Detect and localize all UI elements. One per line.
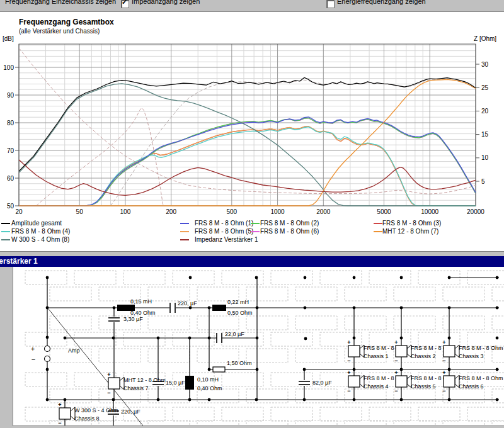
junction-dot	[208, 398, 211, 402]
x-tick-label: 10000	[421, 208, 438, 215]
speaker-plus: +	[347, 339, 350, 346]
junction-dot	[188, 337, 192, 340]
y-right-tick-label: 15	[481, 131, 489, 138]
speaker-plus: +	[394, 369, 398, 376]
label-c-frs: 82,0 µF	[312, 380, 332, 386]
y-left-tick-label: 90	[7, 92, 14, 99]
junction-dot	[448, 368, 451, 371]
speaker-minus: −	[442, 388, 445, 394]
label-l1-value: 0,15 mH	[130, 298, 152, 305]
speaker-box	[348, 376, 360, 387]
y-right-tick-label: 30	[481, 61, 489, 68]
circuit-window-title: Verstärker 1	[0, 256, 504, 266]
speaker-name: FRS 8 M - 8 Ohm	[459, 375, 503, 381]
junction-dot	[112, 398, 115, 402]
speaker-box	[396, 346, 407, 357]
junction-dot	[353, 398, 356, 402]
y-left-tick-label: 50	[7, 203, 14, 210]
label-l2-resistance: 0,50 Ohm	[227, 310, 253, 316]
speaker-name: MHT 12 - 8 Ohm	[123, 377, 166, 383]
left-panel-strip	[0, 267, 13, 428]
speaker-box	[396, 376, 407, 387]
junction-dot	[496, 307, 499, 310]
junction-dot	[304, 337, 307, 341]
junction-dot	[157, 337, 160, 340]
speaker-chassis: Chassis 6	[459, 383, 484, 390]
junction-dot	[303, 368, 306, 371]
junction-dot	[46, 368, 49, 371]
speaker-chassis: Chassis 1	[364, 353, 389, 359]
speaker-minus: −	[107, 390, 110, 396]
junction-dot	[189, 276, 192, 279]
x-tick-label: 500	[226, 208, 237, 215]
speaker-plus: +	[347, 369, 350, 376]
x-tick-label: 20	[15, 208, 23, 215]
label-c-shunt-mid: 3,30 µF	[123, 316, 143, 322]
junction-dot	[208, 337, 211, 340]
y-right-tick-label: 5	[481, 178, 485, 185]
checkbox-label-2[interactable]: Impedanzgang zeigen	[132, 0, 200, 5]
speaker-box	[348, 346, 360, 357]
junction-dot	[400, 337, 403, 340]
junction-dot	[353, 337, 356, 340]
amp-label: Amp	[68, 347, 80, 354]
toolbar: Frequenzgang Einzelchassis zeigen✓Impeda…	[0, 0, 504, 12]
junction-dot	[46, 336, 49, 339]
x-tick-label: 2000	[316, 208, 331, 215]
speaker-minus: −	[442, 358, 445, 364]
speaker-plus: +	[107, 371, 110, 378]
junction-dot	[113, 307, 116, 310]
junction-dot	[400, 398, 403, 402]
junction-dot	[64, 398, 67, 402]
boxsim-app: 5060708090100510152025302050100200500100…	[0, 0, 504, 428]
speaker-name: W 300 S - 4 Ohm	[74, 407, 118, 414]
junction-dot	[304, 276, 307, 279]
junction-dot	[353, 307, 356, 310]
inductor-0_10mH[interactable]	[185, 376, 194, 390]
x-tick-label: 5000	[377, 208, 391, 215]
y-left-tick-label: 80	[7, 120, 14, 127]
junction-dot	[256, 307, 259, 310]
label-l-mht-value: 0,10 mH	[197, 376, 219, 383]
x-tick-label: 100	[120, 208, 131, 215]
speaker-box	[108, 378, 120, 389]
speaker-minus: −	[394, 358, 398, 364]
speaker-minus: −	[347, 358, 350, 364]
speaker-box	[444, 346, 455, 357]
junction-dot	[303, 398, 306, 402]
amp-terminal-minus[interactable]	[45, 356, 50, 362]
inductor-l2[interactable]	[212, 305, 226, 311]
junction-dot	[400, 276, 403, 279]
frequency-response-chart: 5060708090100510152025302050100200500100…	[0, 0, 504, 252]
y-right-tick-label: 20	[481, 108, 489, 115]
junction-dot	[255, 398, 258, 402]
amp-plus-label: +	[31, 345, 35, 352]
speaker-plus: +	[442, 339, 445, 346]
y-right-tick-label: 25	[481, 84, 489, 91]
junction-dot	[46, 398, 49, 402]
junction-dot	[448, 276, 451, 279]
x-tick-label: 20000	[467, 208, 484, 215]
speaker-chassis: Chassis 4	[364, 383, 389, 390]
speaker-plus: +	[442, 369, 445, 376]
y-left-tick-label: 100	[3, 64, 14, 71]
junction-dot	[189, 307, 192, 310]
amp-terminal-plus[interactable]	[45, 346, 50, 352]
checkbox-3[interactable]	[326, 0, 335, 8]
crossover-schematic[interactable]: +−Amp0,15 mH0,40 Ohm220, µF0,22 mH0,50 O…	[0, 267, 504, 428]
speaker-minus: −	[347, 388, 350, 394]
amp-minus-label: −	[32, 356, 35, 363]
junction-dot	[208, 307, 211, 310]
circuit-window-title-bar[interactable]: Verstärker 1	[0, 256, 504, 267]
junction-dot	[400, 307, 403, 310]
checkbox-2[interactable]: ✓	[121, 0, 129, 8]
checkbox-label-1[interactable]: Frequenzgang Einzelchassis zeigen	[5, 0, 116, 5]
speaker-plus: +	[58, 402, 61, 408]
speaker-chassis: Chassis 5	[411, 383, 436, 390]
x-tick-label: 50	[76, 208, 84, 215]
junction-dot	[256, 337, 259, 340]
junction-dot	[448, 398, 451, 402]
junction-dot	[64, 337, 67, 340]
checkbox-label-3[interactable]: Energiefrequenzgang zeigen	[337, 0, 426, 5]
resistor-1_50ohm[interactable]	[213, 367, 225, 372]
